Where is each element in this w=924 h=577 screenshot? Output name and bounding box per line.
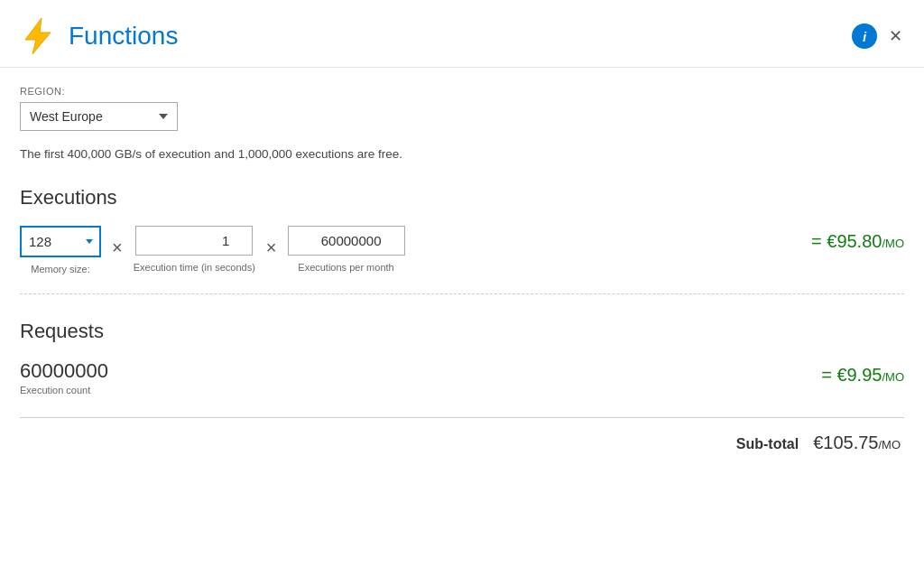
app-title: Functions — [69, 22, 178, 51]
memory-label: Memory size: — [31, 263, 89, 275]
subtotal-row: Sub-total €105.75/MO — [20, 433, 904, 453]
requests-result: = €9.95/MO — [821, 359, 904, 386]
subtotal-divider — [20, 417, 904, 418]
memory-select[interactable]: 128 256 512 1024 2048 — [20, 226, 101, 257]
subtotal-amount: 105.75 — [823, 433, 878, 452]
executions-result-unit: /MO — [882, 237, 904, 250]
multiply-sign-2: × — [266, 233, 277, 262]
subtotal-label: Sub-total — [736, 436, 799, 452]
requests-result-value: 9.95 — [847, 365, 882, 385]
region-section: REGION: West Europe East US North Europe… — [20, 86, 904, 131]
section-divider — [20, 293, 904, 294]
subtotal-unit: /MO — [878, 438, 901, 451]
requests-label: Execution count — [20, 385, 108, 396]
requests-title: Requests — [20, 320, 904, 343]
executions-result-prefix: = € — [811, 231, 836, 251]
execution-time-group: Execution time (in seconds) — [134, 226, 255, 274]
requests-value-group: 60000000 Execution count — [20, 359, 108, 396]
info-button[interactable]: i — [852, 23, 877, 49]
requests-row: 60000000 Execution count = €9.95/MO — [20, 359, 904, 396]
region-label: REGION: — [20, 86, 904, 97]
requests-result-text: = €9.95/MO — [821, 365, 904, 386]
close-button[interactable]: ✕ — [882, 23, 908, 49]
executions-calc-row: 128 256 512 1024 2048 Memory size: × Exe… — [20, 226, 904, 275]
executions-per-month-group: Executions per month — [288, 226, 405, 274]
region-select[interactable]: West Europe East US North Europe Southea… — [20, 102, 178, 131]
free-tier-note: The first 400,000 GB/s of execution and … — [20, 147, 904, 161]
requests-value: 60000000 — [20, 359, 108, 383]
requests-result-prefix: = € — [821, 365, 846, 385]
multiply-sign-1: × — [112, 233, 123, 262]
executions-result-text: = €95.80/MO — [811, 231, 904, 252]
header: Functions i ✕ — [0, 0, 924, 68]
memory-group: 128 256 512 1024 2048 Memory size: — [20, 226, 101, 275]
execution-time-input[interactable] — [135, 226, 253, 256]
subtotal-prefix: € — [813, 433, 823, 452]
requests-section: Requests 60000000 Execution count = €9.9… — [20, 320, 904, 396]
top-icons: i ✕ — [852, 23, 908, 49]
requests-result-unit: /MO — [882, 370, 904, 384]
executions-per-month-input[interactable] — [288, 226, 405, 256]
subtotal-value: €105.75/MO — [813, 433, 901, 453]
executions-section: Executions 128 256 512 1024 2048 Memory … — [20, 186, 904, 275]
main-content: REGION: West Europe East US North Europe… — [0, 68, 924, 471]
executions-result: = €95.80/MO — [811, 226, 904, 252]
svg-marker-0 — [25, 18, 51, 54]
executions-title: Executions — [20, 186, 904, 209]
execution-time-label: Execution time (in seconds) — [134, 261, 255, 274]
executions-per-month-label: Executions per month — [298, 261, 393, 274]
title-area: Functions — [16, 14, 178, 58]
lightning-icon — [16, 14, 60, 58]
executions-result-value: 95.80 — [836, 231, 882, 251]
